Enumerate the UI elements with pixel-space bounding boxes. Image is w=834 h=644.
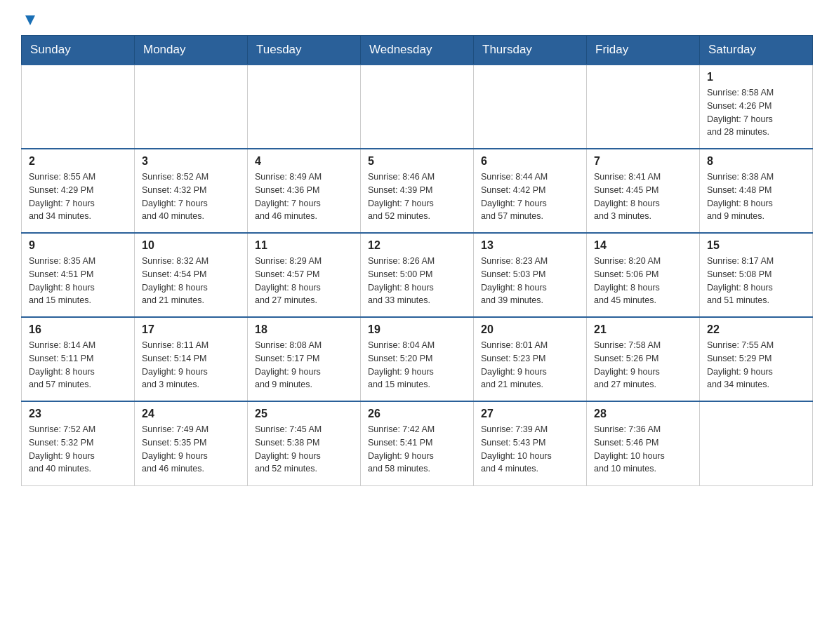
- day-cell: 28Sunrise: 7:36 AM Sunset: 5:46 PM Dayli…: [587, 401, 700, 485]
- day-cell: [248, 65, 361, 149]
- day-number: 28: [594, 408, 692, 420]
- day-number: 18: [255, 323, 353, 336]
- week-row-3: 9Sunrise: 8:35 AM Sunset: 4:51 PM Daylig…: [22, 233, 813, 317]
- day-number: 6: [481, 155, 579, 168]
- day-info: Sunrise: 8:29 AM Sunset: 4:57 PM Dayligh…: [255, 255, 353, 307]
- day-cell: 12Sunrise: 8:26 AM Sunset: 5:00 PM Dayli…: [361, 233, 474, 317]
- day-cell: 10Sunrise: 8:32 AM Sunset: 4:54 PM Dayli…: [135, 233, 248, 317]
- day-cell: 5Sunrise: 8:46 AM Sunset: 4:39 PM Daylig…: [361, 149, 474, 233]
- day-number: 1: [707, 71, 805, 83]
- day-number: 21: [594, 323, 692, 336]
- day-number: 26: [368, 408, 466, 420]
- logo: [21, 14, 38, 28]
- day-cell: 11Sunrise: 8:29 AM Sunset: 4:57 PM Dayli…: [248, 233, 361, 317]
- day-cell: 23Sunrise: 7:52 AM Sunset: 5:32 PM Dayli…: [22, 401, 135, 485]
- day-number: 23: [29, 408, 127, 420]
- day-number: 20: [481, 323, 579, 336]
- day-number: 5: [368, 155, 466, 168]
- day-info: Sunrise: 8:46 AM Sunset: 4:39 PM Dayligh…: [368, 170, 466, 223]
- day-info: Sunrise: 8:14 AM Sunset: 5:11 PM Dayligh…: [29, 339, 127, 391]
- day-cell: 6Sunrise: 8:44 AM Sunset: 4:42 PM Daylig…: [474, 149, 587, 233]
- day-cell: 22Sunrise: 7:55 AM Sunset: 5:29 PM Dayli…: [700, 317, 813, 401]
- day-number: 7: [594, 155, 692, 168]
- day-cell: [587, 65, 700, 149]
- day-info: Sunrise: 8:20 AM Sunset: 5:06 PM Dayligh…: [594, 255, 692, 307]
- day-number: 16: [29, 323, 127, 336]
- day-cell: 18Sunrise: 8:08 AM Sunset: 5:17 PM Dayli…: [248, 317, 361, 401]
- day-number: 15: [707, 239, 805, 252]
- day-number: 22: [707, 323, 805, 336]
- day-info: Sunrise: 7:55 AM Sunset: 5:29 PM Dayligh…: [707, 339, 805, 391]
- day-cell: 25Sunrise: 7:45 AM Sunset: 5:38 PM Dayli…: [248, 401, 361, 485]
- day-info: Sunrise: 8:41 AM Sunset: 4:45 PM Dayligh…: [594, 170, 692, 223]
- day-number: 2: [29, 155, 127, 168]
- day-number: 10: [142, 239, 240, 252]
- day-info: Sunrise: 8:49 AM Sunset: 4:36 PM Dayligh…: [255, 170, 353, 223]
- day-number: 3: [142, 155, 240, 168]
- week-row-4: 16Sunrise: 8:14 AM Sunset: 5:11 PM Dayli…: [22, 317, 813, 401]
- day-number: 13: [481, 239, 579, 252]
- logo-triangle-icon: [22, 13, 38, 28]
- day-info: Sunrise: 7:45 AM Sunset: 5:38 PM Dayligh…: [255, 423, 353, 476]
- day-cell: 15Sunrise: 8:17 AM Sunset: 5:08 PM Dayli…: [700, 233, 813, 317]
- weekday-header-tuesday: Tuesday: [248, 36, 361, 65]
- svg-marker-0: [25, 15, 35, 25]
- day-info: Sunrise: 8:17 AM Sunset: 5:08 PM Dayligh…: [707, 255, 805, 307]
- weekday-header-friday: Friday: [587, 36, 700, 65]
- day-cell: [474, 65, 587, 149]
- day-info: Sunrise: 7:58 AM Sunset: 5:26 PM Dayligh…: [594, 339, 692, 391]
- day-info: Sunrise: 7:49 AM Sunset: 5:35 PM Dayligh…: [142, 423, 240, 476]
- day-info: Sunrise: 8:35 AM Sunset: 4:51 PM Dayligh…: [29, 255, 127, 307]
- day-info: Sunrise: 8:23 AM Sunset: 5:03 PM Dayligh…: [481, 255, 579, 307]
- day-info: Sunrise: 7:39 AM Sunset: 5:43 PM Dayligh…: [481, 423, 579, 476]
- day-number: 11: [255, 239, 353, 252]
- day-info: Sunrise: 8:08 AM Sunset: 5:17 PM Dayligh…: [255, 339, 353, 391]
- day-number: 27: [481, 408, 579, 420]
- page-header: [21, 14, 813, 28]
- day-number: 24: [142, 408, 240, 420]
- week-row-5: 23Sunrise: 7:52 AM Sunset: 5:32 PM Dayli…: [22, 401, 813, 485]
- day-cell: 24Sunrise: 7:49 AM Sunset: 5:35 PM Dayli…: [135, 401, 248, 485]
- day-cell: [361, 65, 474, 149]
- day-number: 8: [707, 155, 805, 168]
- day-info: Sunrise: 8:58 AM Sunset: 4:26 PM Dayligh…: [707, 86, 805, 139]
- day-cell: 16Sunrise: 8:14 AM Sunset: 5:11 PM Dayli…: [22, 317, 135, 401]
- day-cell: [22, 65, 135, 149]
- day-cell: 3Sunrise: 8:52 AM Sunset: 4:32 PM Daylig…: [135, 149, 248, 233]
- weekday-header-row: SundayMondayTuesdayWednesdayThursdayFrid…: [22, 36, 813, 65]
- day-info: Sunrise: 8:38 AM Sunset: 4:48 PM Dayligh…: [707, 170, 805, 223]
- day-info: Sunrise: 7:36 AM Sunset: 5:46 PM Dayligh…: [594, 423, 692, 476]
- day-info: Sunrise: 8:52 AM Sunset: 4:32 PM Dayligh…: [142, 170, 240, 223]
- weekday-header-thursday: Thursday: [474, 36, 587, 65]
- day-cell: 8Sunrise: 8:38 AM Sunset: 4:48 PM Daylig…: [700, 149, 813, 233]
- day-info: Sunrise: 7:52 AM Sunset: 5:32 PM Dayligh…: [29, 423, 127, 476]
- weekday-header-wednesday: Wednesday: [361, 36, 474, 65]
- day-cell: 20Sunrise: 8:01 AM Sunset: 5:23 PM Dayli…: [474, 317, 587, 401]
- day-cell: 2Sunrise: 8:55 AM Sunset: 4:29 PM Daylig…: [22, 149, 135, 233]
- day-info: Sunrise: 8:26 AM Sunset: 5:00 PM Dayligh…: [368, 255, 466, 307]
- day-info: Sunrise: 8:55 AM Sunset: 4:29 PM Dayligh…: [29, 170, 127, 223]
- day-info: Sunrise: 8:01 AM Sunset: 5:23 PM Dayligh…: [481, 339, 579, 391]
- day-cell: 9Sunrise: 8:35 AM Sunset: 4:51 PM Daylig…: [22, 233, 135, 317]
- week-row-2: 2Sunrise: 8:55 AM Sunset: 4:29 PM Daylig…: [22, 149, 813, 233]
- day-cell: 14Sunrise: 8:20 AM Sunset: 5:06 PM Dayli…: [587, 233, 700, 317]
- day-cell: 17Sunrise: 8:11 AM Sunset: 5:14 PM Dayli…: [135, 317, 248, 401]
- day-cell: 19Sunrise: 8:04 AM Sunset: 5:20 PM Dayli…: [361, 317, 474, 401]
- calendar-table: SundayMondayTuesdayWednesdayThursdayFrid…: [21, 35, 813, 486]
- weekday-header-saturday: Saturday: [700, 36, 813, 65]
- day-number: 14: [594, 239, 692, 252]
- day-number: 12: [368, 239, 466, 252]
- day-cell: 1Sunrise: 8:58 AM Sunset: 4:26 PM Daylig…: [700, 65, 813, 149]
- day-cell: [700, 401, 813, 485]
- day-info: Sunrise: 8:32 AM Sunset: 4:54 PM Dayligh…: [142, 255, 240, 307]
- day-info: Sunrise: 8:44 AM Sunset: 4:42 PM Dayligh…: [481, 170, 579, 223]
- day-number: 25: [255, 408, 353, 420]
- day-number: 19: [368, 323, 466, 336]
- day-cell: 26Sunrise: 7:42 AM Sunset: 5:41 PM Dayli…: [361, 401, 474, 485]
- day-number: 9: [29, 239, 127, 252]
- day-info: Sunrise: 8:04 AM Sunset: 5:20 PM Dayligh…: [368, 339, 466, 391]
- day-info: Sunrise: 8:11 AM Sunset: 5:14 PM Dayligh…: [142, 339, 240, 391]
- day-number: 17: [142, 323, 240, 336]
- day-number: 4: [255, 155, 353, 168]
- weekday-header-monday: Monday: [135, 36, 248, 65]
